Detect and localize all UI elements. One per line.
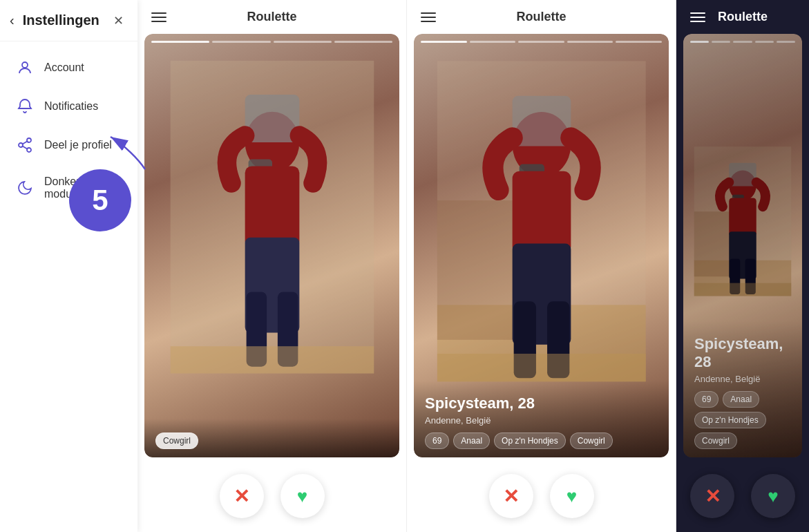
left-tag-cowgirl: Cowgirl <box>155 433 198 449</box>
moon-icon <box>17 180 33 196</box>
svg-line-5 <box>23 142 28 144</box>
reject-button-light[interactable]: ✕ <box>220 474 264 518</box>
progress-dots-middle <box>421 41 662 43</box>
panel-light-header: Roulette <box>137 0 406 34</box>
mdot-5 <box>616 41 662 43</box>
panel-middle-title: Roulette <box>517 10 567 24</box>
sidebar-title: Instellingen <box>23 12 99 28</box>
reject-button-dark[interactable]: ✕ <box>690 474 734 518</box>
ddot-4 <box>755 41 774 43</box>
mdot-3 <box>518 41 564 43</box>
person-silhouette-light <box>170 48 374 386</box>
mdot-2 <box>470 41 516 43</box>
action-buttons-dark: ✕ ♥ <box>676 464 809 532</box>
tag-69-light: 69 <box>425 433 449 449</box>
svg-point-2 <box>19 143 23 147</box>
profile-overlay-dark: Spicysteam, 28 Andenne, België 69 Anaal … <box>683 321 802 457</box>
hamburger-dark[interactable] <box>690 12 705 22</box>
tag-anaal-dark: Anaal <box>723 391 759 408</box>
like-button-middle[interactable]: ♥ <box>550 474 594 518</box>
like-icon-middle: ♥ <box>567 486 577 507</box>
left-card-tags: Cowgirl <box>155 433 388 449</box>
panel-dark-header: Roulette <box>676 0 809 34</box>
account-icon <box>17 59 33 76</box>
mdot-4 <box>567 41 613 43</box>
action-buttons-light: ✕ ♥ <box>137 464 406 532</box>
reject-icon-dark: ✕ <box>705 485 721 508</box>
back-button[interactable]: ‹ <box>10 12 15 28</box>
panel-dark-title: Roulette <box>718 10 768 24</box>
svg-rect-36 <box>729 198 756 236</box>
tag-anaal-light: Anaal <box>453 433 490 449</box>
tag-69-dark: 69 <box>694 391 718 408</box>
profile-location-dark: Andenne, België <box>694 374 791 384</box>
panel-middle-header: Roulette <box>407 0 676 34</box>
badge-container: 5 <box>69 169 131 231</box>
share-label: Deel je profiel <box>44 139 112 151</box>
reject-button-middle[interactable]: ✕ <box>489 474 533 518</box>
profile-location-light: Andenne, België <box>425 415 658 426</box>
panel-light: Roulette <box>137 0 407 532</box>
notifications-label: Notificaties <box>44 100 98 113</box>
reject-icon-light: ✕ <box>234 485 249 508</box>
close-button[interactable]: ✕ <box>113 13 124 28</box>
tag-hondjes-light: Op z'n Hondjes <box>494 433 566 449</box>
mdot-1 <box>421 41 467 43</box>
panel-dark: Roulette <box>676 0 809 532</box>
sidebar-item-notifications[interactable]: Notificaties <box>0 87 137 126</box>
dot-1 <box>151 41 209 43</box>
bell-icon <box>17 98 33 115</box>
dot-3 <box>274 41 332 43</box>
hamburger-light[interactable] <box>151 12 166 22</box>
person-silhouette-middle <box>437 48 646 395</box>
sidebar-item-account[interactable]: Account <box>0 48 137 87</box>
photo-bg-dark: Spicysteam, 28 Andenne, België 69 Anaal … <box>683 34 802 457</box>
like-button-dark[interactable]: ♥ <box>751 474 795 518</box>
action-buttons-middle: ✕ ♥ <box>407 464 676 532</box>
profile-card-middle: Spicysteam, 28 Andenne, België 69 Anaal … <box>414 34 669 457</box>
share-icon <box>17 137 33 153</box>
ddot-2 <box>712 41 730 43</box>
ddot-5 <box>777 41 795 43</box>
svg-point-0 <box>22 62 28 68</box>
svg-rect-24 <box>512 171 571 254</box>
ddot-1 <box>690 41 709 43</box>
sidebar-title-area: ‹ Instellingen <box>10 12 99 28</box>
account-label: Account <box>44 61 84 74</box>
tag-cowgirl-light: Cowgirl <box>570 433 613 449</box>
svg-rect-28 <box>437 354 646 381</box>
svg-rect-16 <box>170 346 374 373</box>
photo-bg-light: Cowgirl <box>144 34 399 457</box>
profile-name-light: Spicysteam, 28 <box>425 395 658 412</box>
profile-overlay-middle: Spicysteam, 28 Andenne, België 69 Anaal … <box>414 381 669 457</box>
profile-card-light: Cowgirl <box>144 34 399 457</box>
profile-name-dark: Spicysteam, 28 <box>694 335 791 371</box>
number-badge: 5 <box>69 169 131 231</box>
profile-card-dark: Spicysteam, 28 Andenne, België 69 Anaal … <box>683 34 802 457</box>
progress-dots-dark <box>690 41 795 43</box>
profile-tags-dark: 69 Anaal Op z'n Hondjes Cowgirl <box>694 391 791 449</box>
profile-overlay-left: Cowgirl <box>144 419 399 457</box>
svg-point-3 <box>27 148 31 152</box>
main-content: Roulette <box>137 0 809 532</box>
progress-dots-light <box>151 41 392 43</box>
like-icon-light: ♥ <box>297 486 307 507</box>
like-button-light[interactable]: ♥ <box>280 474 325 518</box>
tag-hondjes-dark: Op z'n Hondjes <box>694 412 766 428</box>
profile-tags-light: 69 Anaal Op z'n Hondjes Cowgirl <box>425 433 658 449</box>
ddot-3 <box>733 41 752 43</box>
sidebar: ‹ Instellingen ✕ Account Notific <box>0 0 137 532</box>
dot-2 <box>212 41 270 43</box>
svg-rect-12 <box>245 166 299 247</box>
photo-bg-middle: Spicysteam, 28 Andenne, België 69 Anaal … <box>414 34 669 457</box>
tag-cowgirl-dark: Cowgirl <box>694 433 737 449</box>
dot-4 <box>334 41 392 43</box>
svg-rect-40 <box>694 283 791 296</box>
like-icon-dark: ♥ <box>768 486 778 507</box>
hamburger-middle[interactable] <box>421 12 436 22</box>
reject-icon-middle: ✕ <box>503 485 519 508</box>
svg-point-1 <box>27 138 31 142</box>
sidebar-header: ‹ Instellingen ✕ <box>0 0 137 41</box>
panel-middle: Roulette <box>407 0 676 532</box>
arrow-icon <box>104 131 152 173</box>
